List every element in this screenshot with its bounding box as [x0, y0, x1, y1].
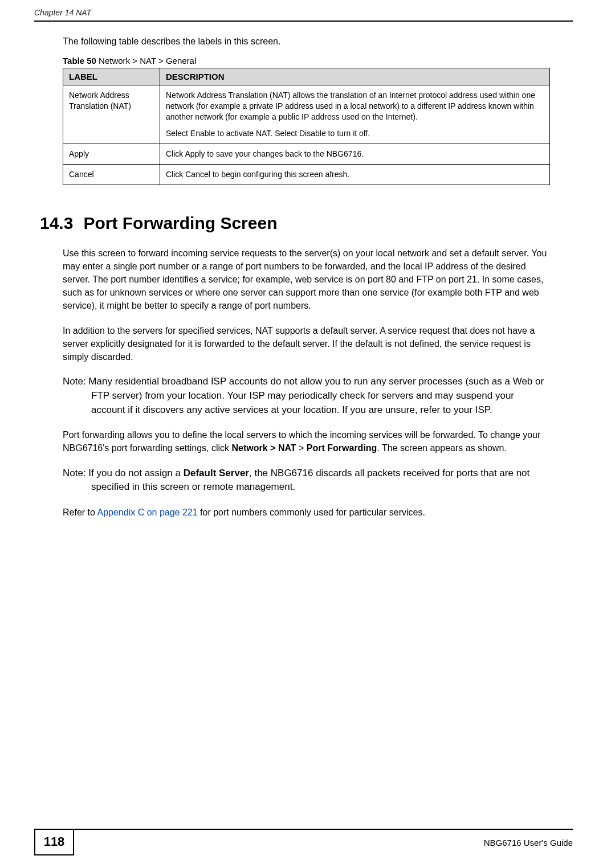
body-paragraph: Refer to Appendix C on page 221 for port… [63, 506, 550, 519]
desc-bold: Apply [185, 149, 205, 158]
content: The following table describes the labels… [0, 22, 607, 519]
para-bold: Port Forwarding [307, 443, 377, 453]
table-caption-prefix: Table 50 [63, 56, 96, 65]
note-paragraph: Note: Many residential broadband ISP acc… [63, 375, 550, 417]
table-row: Apply Click Apply to save your changes b… [63, 144, 550, 164]
desc-bold: Disable [299, 129, 326, 138]
table-caption-rest: Network > NAT > General [96, 56, 196, 65]
desc-text: Select [166, 129, 190, 138]
para-text: > [296, 443, 307, 453]
desc-text: to save your changes back to the NBG6716… [205, 149, 364, 158]
table-header-row: LABEL DESCRIPTION [63, 68, 550, 85]
section-title: Port Forwarding Screen [83, 214, 277, 232]
table-row: Network Address Translation (NAT) Networ… [63, 85, 550, 144]
desc-text: to activate NAT. Select [215, 129, 299, 138]
desc-text: Click [166, 170, 185, 179]
th-description: DESCRIPTION [160, 68, 550, 85]
intro-text: The following table describes the labels… [63, 35, 550, 48]
cell-label: Apply [63, 144, 160, 164]
chapter-label: Chapter 14 NAT [34, 8, 91, 17]
page-header: Chapter 14 NAT [0, 0, 607, 21]
table-row: Cancel Click Cancel to begin configuring… [63, 164, 550, 185]
desc-bold: Enable [190, 129, 215, 138]
note-paragraph: Note: If you do not assign a Default Ser… [63, 466, 550, 494]
cell-label: Cancel [63, 164, 160, 185]
th-label: LABEL [63, 68, 160, 85]
para-text: for port numbers commonly used for parti… [198, 507, 425, 517]
desc-text: to begin configuring this screen afresh. [210, 170, 349, 179]
footer-guide-name: NBG6716 User's Guide [484, 838, 573, 847]
page-number: 118 [34, 829, 74, 855]
table-caption: Table 50 Network > NAT > General [63, 56, 550, 65]
footer-row: 118 NBG6716 User's Guide [34, 829, 573, 855]
desc-para: Network Address Translation (NAT) allows… [166, 90, 544, 122]
section-number: 14.3 [40, 214, 73, 233]
body-paragraph: In addition to the servers for specified… [63, 324, 550, 364]
note-bold: Default Server [184, 468, 249, 478]
note-text: Note: If you do not assign a [63, 468, 184, 478]
appendix-link[interactable]: Appendix C on page 221 [97, 507, 197, 517]
description-table: LABEL DESCRIPTION Network Address Transl… [63, 68, 550, 185]
cell-description: Click Cancel to begin configuring this s… [160, 164, 550, 185]
page: Chapter 14 NAT The following table descr… [0, 0, 607, 868]
cell-label: Network Address Translation (NAT) [63, 85, 160, 144]
para-text: Refer to [63, 507, 97, 517]
body-paragraph: Port forwarding allows you to define the… [63, 428, 550, 455]
cell-description: Click Apply to save your changes back to… [160, 144, 550, 164]
section-heading: 14.3Port Forwarding Screen [40, 214, 550, 233]
para-text: . The screen appears as shown. [377, 443, 506, 453]
desc-text: Click [166, 149, 185, 158]
desc-text: to turn it off. [326, 129, 370, 138]
cell-description: Network Address Translation (NAT) allows… [160, 85, 550, 144]
page-footer: 118 NBG6716 User's Guide [0, 829, 607, 855]
para-bold: Network > NAT [232, 443, 296, 453]
desc-para: Select Enable to activate NAT. Select Di… [166, 128, 544, 139]
body-paragraph: Use this screen to forward incoming serv… [63, 247, 550, 313]
desc-bold: Cancel [185, 170, 210, 179]
